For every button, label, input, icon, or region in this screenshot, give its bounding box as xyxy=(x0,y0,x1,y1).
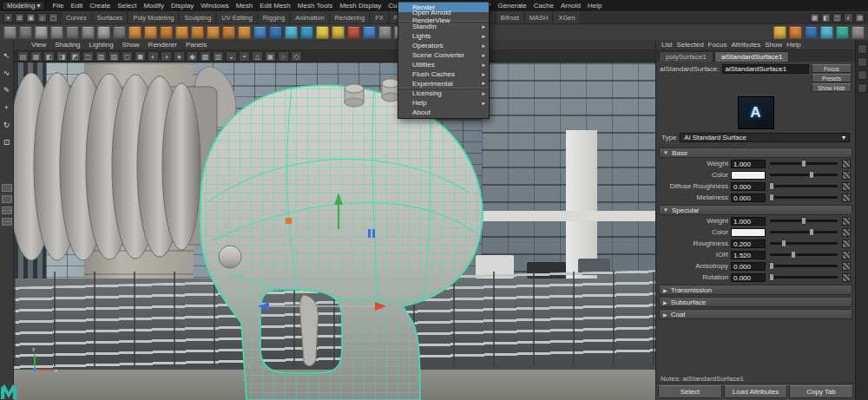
attribute-slider[interactable] xyxy=(770,185,838,187)
menu-item[interactable]: Scene Converter ▸ xyxy=(398,50,489,60)
shelf-tab[interactable]: Sculpting xyxy=(180,12,216,23)
viewport-toolbar-icon[interactable]: ▨ xyxy=(108,51,120,62)
menubar-item[interactable]: Display xyxy=(168,0,197,11)
node-side-button[interactable]: Presets xyxy=(812,74,852,82)
attribute-slider[interactable] xyxy=(770,174,838,176)
status-icon[interactable]: ◫ xyxy=(832,13,842,23)
attribute-slider[interactable] xyxy=(770,253,838,256)
menubar-item[interactable]: Edit Mesh xyxy=(256,0,294,11)
shelf-icon[interactable] xyxy=(66,26,79,39)
viewport-toolbar-icon[interactable]: ▩ xyxy=(200,51,211,62)
color-swatch[interactable] xyxy=(731,171,766,180)
panel-menu-item[interactable]: Shading xyxy=(51,41,83,49)
section-header[interactable]: ▶Coat xyxy=(659,309,852,319)
shelf-icon[interactable] xyxy=(378,26,391,39)
slider-handle[interactable] xyxy=(809,228,814,236)
attribute-slider[interactable] xyxy=(770,242,838,245)
menubar-item[interactable]: Cache xyxy=(530,0,557,11)
menu-item[interactable]: Help ▸ xyxy=(398,98,489,108)
shelf-icon[interactable] xyxy=(347,26,360,39)
panel-menu-item[interactable]: Renderer xyxy=(145,41,181,49)
viewport-toolbar-icon[interactable]: ◐ xyxy=(148,51,159,62)
map-button[interactable] xyxy=(842,228,851,237)
viewport-toolbar-icon[interactable]: △ xyxy=(252,51,263,62)
viewport-toolbar-icon[interactable]: ◇ xyxy=(291,51,302,62)
menubar-item[interactable]: Generate xyxy=(494,0,529,11)
menu-item[interactable]: Flush Caches ▸ xyxy=(398,69,489,79)
map-button[interactable] xyxy=(842,239,851,248)
viewport-toolbar-icon[interactable]: ◫ xyxy=(82,51,94,62)
status-icon[interactable]: ⊞ xyxy=(15,13,24,23)
slider-handle[interactable] xyxy=(769,262,774,270)
shelf-icon[interactable] xyxy=(805,26,818,39)
map-button[interactable] xyxy=(842,182,851,191)
viewport-toolbar-icon[interactable]: ◧ xyxy=(43,51,55,62)
layout-two-pane-button[interactable] xyxy=(2,195,12,203)
shelf-tab[interactable]: Rigging xyxy=(259,12,290,23)
viewport-toolbar-icon[interactable]: ◑ xyxy=(161,51,172,62)
viewport-toolbar-icon[interactable]: ◩ xyxy=(69,51,81,62)
viewport-toolbar-icon[interactable]: ◆ xyxy=(187,51,198,62)
shelf-icon[interactable] xyxy=(269,26,282,39)
paint-select-tool-icon[interactable]: ✎ xyxy=(2,85,12,95)
menubar-item[interactable]: Mesh Display xyxy=(336,0,385,11)
shelf-icon[interactable] xyxy=(144,26,157,39)
panel-menu-item[interactable]: Panels xyxy=(182,41,210,49)
value-field[interactable]: 0.000 xyxy=(731,262,766,271)
shelf-tab[interactable]: XGen xyxy=(554,12,580,23)
shelf-tab[interactable]: UV Editing xyxy=(217,12,257,23)
attribute-slider[interactable] xyxy=(770,162,838,165)
value-field[interactable]: 1.520 xyxy=(731,251,766,259)
raygun-body[interactable] xyxy=(200,84,482,400)
attribute-editor-menu-item[interactable]: Help xyxy=(786,41,800,49)
menubar-item[interactable]: Arnold xyxy=(557,0,584,11)
menubar-item[interactable]: Modify xyxy=(140,0,168,11)
shelf-icon[interactable] xyxy=(363,26,376,39)
shelf-icon[interactable] xyxy=(97,26,110,39)
shelf-icon[interactable] xyxy=(175,26,188,39)
footer-button[interactable]: Load Attributes xyxy=(724,385,788,398)
viewport-toolbar-icon[interactable]: ◨ xyxy=(56,51,68,62)
status-icon[interactable]: ▣ xyxy=(26,13,36,23)
raygun-barrel-coils[interactable] xyxy=(14,73,217,260)
shelf-tab[interactable]: MASH xyxy=(525,12,554,23)
shelf-icon[interactable] xyxy=(128,26,141,39)
menu-item[interactable]: Operators ▸ xyxy=(398,41,489,50)
workspace-selector[interactable]: Modeling ▾ xyxy=(2,1,45,10)
section-header[interactable]: ▶Transmission xyxy=(659,285,852,295)
scale-tool-icon[interactable]: ⊡ xyxy=(2,137,12,148)
channel-box-toggle[interactable] xyxy=(858,70,867,80)
shelf-icon[interactable] xyxy=(789,26,802,39)
viewport-toolbar-icon[interactable]: ○ xyxy=(278,51,289,62)
tool-settings-toggle[interactable] xyxy=(858,57,867,67)
menu-item[interactable]: Experimental ▸ xyxy=(398,79,489,89)
map-button[interactable] xyxy=(842,193,851,202)
color-swatch[interactable] xyxy=(731,228,766,237)
status-icon[interactable]: ▢ xyxy=(49,13,58,23)
shelf-icon[interactable] xyxy=(50,26,63,39)
value-field[interactable]: 0.000 xyxy=(731,182,766,191)
menubar-item[interactable]: Edit xyxy=(67,0,86,11)
modeling-toolkit-toggle[interactable] xyxy=(858,83,867,93)
shelf-tab[interactable]: Poly Modeling xyxy=(128,12,179,23)
slider-handle[interactable] xyxy=(769,273,774,281)
shelf-icon[interactable] xyxy=(836,26,849,39)
menu-item[interactable]: About ▸ xyxy=(398,108,489,117)
shelf-icon[interactable] xyxy=(852,26,865,39)
viewport-toolbar-icon[interactable]: ◒ xyxy=(226,51,237,62)
shelf-icon[interactable] xyxy=(300,26,313,39)
layout-stacked-pane-button[interactable] xyxy=(2,207,12,214)
slider-handle[interactable] xyxy=(801,217,806,225)
layout-four-pane-button[interactable] xyxy=(2,218,12,226)
shelf-icon[interactable] xyxy=(820,26,833,39)
viewport-toolbar-icon[interactable]: ◻ xyxy=(122,51,133,62)
viewport-toolbar-icon[interactable]: ▤ xyxy=(17,51,29,62)
panel-menu-item[interactable]: Show xyxy=(119,41,143,49)
viewport-toolbar-icon[interactable]: ▣ xyxy=(265,51,276,62)
slider-handle[interactable] xyxy=(809,171,814,179)
shelf-icon[interactable] xyxy=(113,26,126,39)
attribute-slider[interactable] xyxy=(770,276,838,279)
map-button[interactable] xyxy=(842,217,851,226)
slider-handle[interactable] xyxy=(791,251,796,259)
attribute-slider[interactable] xyxy=(770,196,838,199)
